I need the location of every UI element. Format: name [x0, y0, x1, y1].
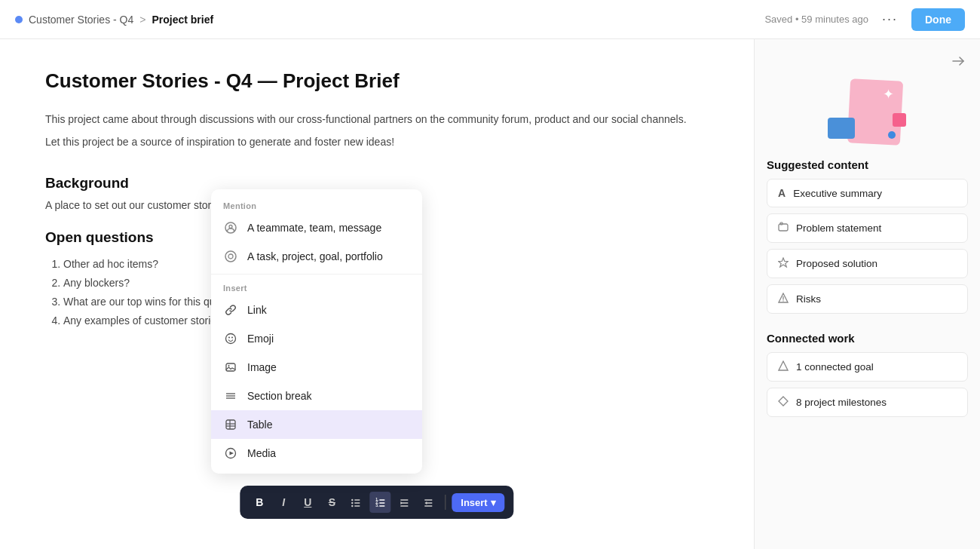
mention-teammate-icon [223, 220, 238, 235]
strikethrough-button[interactable]: S [321, 492, 342, 513]
illustration-dot [888, 131, 896, 139]
svg-marker-17 [230, 452, 234, 455]
suggestion-executive-summary[interactable]: A Executive summary [767, 179, 968, 207]
collapse-sidebar-button[interactable] [948, 51, 968, 74]
illustration-pink-square [893, 113, 906, 127]
insert-section-break-item[interactable]: Section break [211, 382, 422, 410]
proposed-solution-icon [778, 257, 789, 270]
sidebar: ✦ Suggested content A Executive summary … [754, 39, 980, 549]
svg-marker-33 [400, 501, 403, 505]
connected-milestones-icon [778, 396, 789, 409]
more-options-button[interactable]: ··· [877, 8, 902, 30]
insert-link-label: Link [247, 304, 267, 316]
svg-marker-46 [779, 397, 788, 406]
mention-task-label: A task, project, goal, portfolio [247, 250, 383, 262]
insert-section-break-label: Section break [247, 390, 312, 402]
project-dot-icon [15, 16, 23, 23]
topbar: Customer Stories - Q4 > Project brief Sa… [0, 0, 980, 39]
svg-point-1 [229, 225, 232, 228]
mention-task-item[interactable]: A task, project, goal, portfolio [211, 242, 422, 271]
svg-point-3 [228, 254, 233, 259]
link-icon [223, 302, 238, 317]
content-area: Customer Stories - Q4 — Project Brief Th… [0, 39, 754, 549]
insert-button[interactable]: Insert ▾ [452, 493, 504, 512]
svg-marker-41 [779, 258, 789, 267]
svg-point-20 [351, 502, 353, 504]
topbar-actions: Saved • 59 minutes ago ··· Done [764, 8, 965, 31]
executive-summary-icon: A [778, 187, 786, 199]
divider [211, 274, 422, 274]
breadcrumb-separator: > [139, 14, 145, 26]
insert-dropdown-menu: Mention A teammate, team, message [211, 189, 422, 474]
svg-rect-7 [226, 363, 235, 371]
svg-point-22 [351, 505, 353, 507]
image-icon [223, 360, 238, 375]
suggestion-proposed-solution-label: Proposed solution [796, 258, 877, 269]
svg-rect-39 [779, 224, 788, 231]
suggestion-executive-summary-label: Executive summary [793, 188, 882, 199]
insert-section-label: Insert [211, 278, 422, 296]
mention-teammate-item[interactable]: A teammate, team, message [211, 213, 422, 242]
ordered-list-button[interactable]: 1. 2. 3. [369, 492, 390, 513]
insert-table-label: Table [247, 419, 272, 431]
mention-teammate-label: A teammate, team, message [247, 222, 381, 234]
document-title: Customer Stories - Q4 — Project Brief [45, 69, 709, 93]
insert-image-item[interactable]: Image [211, 353, 422, 382]
document-tagline: Let this project be a source of inspirat… [45, 133, 709, 150]
svg-rect-12 [226, 420, 235, 429]
svg-point-8 [228, 365, 230, 367]
insert-media-label: Media [247, 447, 276, 459]
section-break-icon [223, 388, 238, 403]
bullet-list-button[interactable] [345, 492, 366, 513]
insert-image-label: Image [247, 361, 277, 373]
svg-point-5 [228, 337, 230, 339]
connected-goal-icon [778, 360, 789, 373]
indent-right-button[interactable] [418, 492, 439, 513]
document-description: This project came about through discussi… [45, 111, 709, 127]
floating-toolbar: B I U S 1. 2. 3. [240, 486, 513, 519]
connected-goal-item[interactable]: 1 connected goal [767, 352, 968, 382]
indent-left-button[interactable] [394, 492, 415, 513]
insert-table-item[interactable]: Table [211, 410, 422, 439]
underline-button[interactable]: U [297, 492, 318, 513]
svg-point-6 [231, 337, 233, 339]
sidebar-illustration: ✦ [767, 80, 968, 140]
svg-text:3.: 3. [375, 503, 379, 508]
italic-button[interactable]: I [273, 492, 294, 513]
illustration-star-icon: ✦ [883, 86, 894, 103]
emoji-icon [223, 331, 238, 346]
sidebar-collapse [767, 51, 968, 74]
insert-media-item[interactable]: Media [211, 439, 422, 468]
connected-work-heading: Connected work [767, 332, 968, 345]
risks-icon [778, 293, 789, 305]
insert-emoji-item[interactable]: Emoji [211, 324, 422, 353]
suggestion-risks[interactable]: Risks [767, 284, 968, 314]
bold-button[interactable]: B [249, 492, 270, 513]
connected-milestones-label: 8 project milestones [796, 397, 887, 408]
breadcrumb: Customer Stories - Q4 > Project brief [15, 14, 213, 26]
suggestion-proposed-solution[interactable]: Proposed solution [767, 249, 968, 278]
svg-point-4 [226, 334, 236, 344]
insert-button-label: Insert [461, 497, 487, 508]
connected-milestones-item[interactable]: 8 project milestones [767, 388, 968, 417]
suggestion-problem-statement-label: Problem statement [796, 222, 881, 234]
breadcrumb-current-page: Project brief [152, 14, 213, 26]
svg-point-44 [782, 300, 783, 301]
connected-goal-label: 1 connected goal [796, 361, 874, 373]
table-icon [223, 417, 238, 432]
done-button[interactable]: Done [911, 8, 965, 31]
insert-link-item[interactable]: Link [211, 296, 422, 324]
breadcrumb-project[interactable]: Customer Stories - Q4 [29, 14, 133, 26]
suggestion-risks-label: Risks [796, 293, 821, 305]
suggestion-problem-statement[interactable]: Problem statement [767, 213, 968, 243]
mention-section-label: Mention [211, 195, 422, 213]
svg-point-18 [351, 499, 353, 501]
insert-arrow-icon: ▾ [491, 497, 496, 508]
svg-point-2 [225, 251, 236, 262]
mention-task-icon [223, 249, 238, 264]
suggested-content-heading: Suggested content [767, 158, 968, 171]
illustration-blue-rect [828, 118, 855, 139]
toolbar-separator [445, 495, 446, 510]
main-layout: Customer Stories - Q4 — Project Brief Th… [0, 39, 980, 549]
svg-marker-37 [424, 501, 427, 505]
